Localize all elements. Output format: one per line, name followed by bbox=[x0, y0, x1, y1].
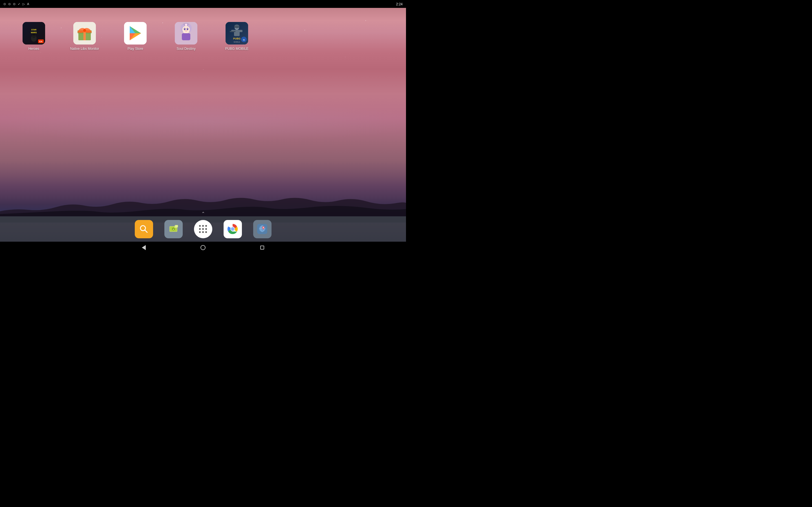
svg-point-16 bbox=[83, 29, 86, 32]
native-libs-icon bbox=[73, 22, 96, 45]
dot-5 bbox=[202, 228, 204, 230]
maps-icon bbox=[257, 224, 267, 234]
nav-home-button[interactable] bbox=[199, 243, 207, 252]
dock-maps[interactable] bbox=[253, 220, 271, 238]
app-heroes[interactable]: STAR WARS EA Heroes bbox=[22, 22, 45, 51]
svg-rect-55 bbox=[175, 225, 178, 227]
status-bar: ⊙ ⊙ ⊙ ✓ ▷ A 2:24 bbox=[0, 0, 406, 8]
a-icon: A bbox=[27, 2, 29, 6]
svg-text:G: G bbox=[243, 39, 245, 41]
apps-grid: STAR WARS EA Heroes bbox=[22, 22, 248, 51]
svg-text:PUBG: PUBG bbox=[233, 37, 241, 40]
app-native-libs[interactable]: Native Libs Monitor bbox=[73, 22, 96, 51]
check-icon: ✓ bbox=[18, 2, 20, 6]
pubg-label: PUBG MOBILE bbox=[225, 47, 249, 51]
android-icon2: ⊙ bbox=[8, 2, 11, 6]
native-libs-icon-wrapper bbox=[73, 22, 96, 45]
svg-point-32 bbox=[187, 28, 188, 29]
svg-point-60 bbox=[232, 228, 234, 230]
recent-icon bbox=[260, 245, 264, 249]
dot-8 bbox=[202, 231, 204, 233]
soul-destiny-icon-wrapper bbox=[175, 22, 197, 45]
back-icon bbox=[142, 245, 146, 250]
wallpaper: STAR WARS EA Heroes bbox=[0, 8, 406, 253]
app-soul-destiny[interactable]: Soul Destiny bbox=[175, 22, 197, 51]
dock-gifbooth[interactable]: $ bbox=[164, 220, 183, 238]
chrome-icon bbox=[227, 223, 238, 235]
svg-text:STAR: STAR bbox=[31, 29, 37, 31]
play-store-icon bbox=[124, 22, 147, 45]
heroes-label: Heroes bbox=[29, 47, 40, 51]
soul-destiny-icon bbox=[175, 22, 197, 45]
dot-1 bbox=[199, 225, 201, 227]
clock: 2:24 bbox=[396, 2, 403, 6]
play-store-icon-wrapper bbox=[124, 22, 147, 45]
gifbooth-icon: $ bbox=[168, 224, 179, 234]
search-icon bbox=[139, 224, 149, 234]
dot-7 bbox=[199, 231, 201, 233]
nav-recent-button[interactable] bbox=[258, 243, 266, 252]
status-time: 2:24 bbox=[396, 1, 403, 6]
dock-chevron[interactable]: ⌃ bbox=[201, 211, 205, 216]
svg-rect-40 bbox=[234, 30, 240, 36]
dock-icons: $ bbox=[135, 220, 271, 238]
svg-text:EA: EA bbox=[39, 40, 42, 43]
native-libs-label: Native Libs Monitor bbox=[70, 47, 99, 51]
heroes-icon-wrapper: STAR WARS EA bbox=[22, 22, 45, 45]
nav-bar bbox=[0, 242, 406, 253]
svg-point-28 bbox=[183, 26, 190, 33]
svg-rect-33 bbox=[182, 33, 190, 40]
svg-rect-39 bbox=[234, 26, 239, 27]
soul-destiny-label: Soul Destiny bbox=[176, 47, 195, 51]
pubg-icon-wrapper: PUBG MOBILE G bbox=[225, 22, 248, 45]
dock: $ bbox=[0, 216, 406, 242]
dock-chrome[interactable] bbox=[223, 220, 242, 238]
dock-search[interactable] bbox=[135, 220, 153, 238]
app-play-store[interactable]: Play Store bbox=[124, 22, 147, 51]
svg-text:MOBILE: MOBILE bbox=[234, 41, 240, 43]
svg-rect-43 bbox=[230, 31, 236, 32]
dot-3 bbox=[205, 225, 207, 227]
app-pubg[interactable]: PUBG MOBILE G PUBG MOBILE bbox=[225, 22, 248, 51]
android-icon1: ⊙ bbox=[3, 2, 6, 6]
svg-rect-6 bbox=[33, 34, 35, 36]
play-icon: ▷ bbox=[22, 2, 25, 6]
dot-6 bbox=[205, 228, 207, 230]
home-icon bbox=[200, 245, 206, 250]
dock-launcher[interactable] bbox=[194, 220, 212, 238]
heroes-icon: STAR WARS EA bbox=[22, 22, 45, 45]
dot-4 bbox=[199, 228, 201, 230]
svg-point-31 bbox=[185, 28, 185, 29]
dot-grid bbox=[199, 225, 207, 233]
svg-line-49 bbox=[145, 230, 147, 232]
svg-point-34 bbox=[185, 24, 187, 26]
dot-9 bbox=[205, 231, 207, 233]
svg-rect-42 bbox=[239, 30, 243, 32]
play-store-label: Play Store bbox=[128, 47, 143, 51]
pubg-icon: PUBG MOBILE G bbox=[225, 22, 248, 45]
dot-2 bbox=[202, 225, 204, 227]
nav-back-button[interactable] bbox=[140, 243, 148, 252]
svg-text:WARS: WARS bbox=[31, 32, 37, 34]
status-icons: ⊙ ⊙ ⊙ ✓ ▷ A bbox=[3, 2, 29, 6]
svg-point-68 bbox=[263, 227, 264, 228]
android-icon3: ⊙ bbox=[13, 2, 15, 6]
